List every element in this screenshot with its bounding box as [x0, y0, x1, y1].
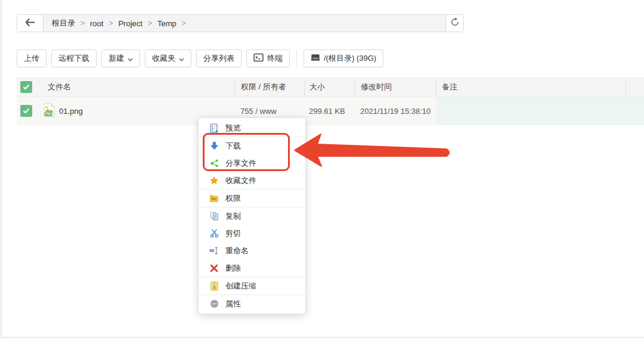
new-item-label: 新建 — [109, 53, 124, 64]
breadcrumb-bar: 根目录 > root > Project > Temp > — [17, 14, 464, 32]
png-file-icon: PNG — [43, 103, 55, 119]
row-checkbox-cell — [17, 97, 41, 125]
chevron-down-icon — [179, 54, 184, 63]
menu-item-download[interactable]: 下载 — [199, 137, 305, 154]
breadcrumb-separator: > — [182, 19, 186, 27]
rename-icon — [209, 246, 219, 255]
row-note — [436, 97, 626, 125]
delete-x-icon — [209, 264, 219, 272]
disk-icon — [311, 53, 320, 64]
menu-label-favorite-file: 收藏文件 — [225, 175, 256, 186]
refresh-icon — [450, 17, 460, 29]
refresh-button[interactable] — [446, 15, 463, 32]
context-menu: 预览 下载 分享文件 收藏文件 权限 — [198, 117, 306, 314]
menu-item-properties[interactable]: 属性 — [199, 295, 305, 312]
copy-icon — [209, 212, 219, 221]
back-button[interactable] — [17, 15, 44, 32]
menu-label-download: 下载 — [225, 141, 241, 151]
file-table-header: 文件名 权限 / 所有者 大小 修改时间 备注 — [17, 77, 644, 97]
remote-download-button[interactable]: 远程下载 — [51, 49, 97, 67]
menu-label-copy: 复制 — [225, 211, 241, 222]
column-header-size: 大小 — [304, 78, 354, 96]
column-header-modified: 修改时间 — [354, 78, 436, 96]
file-manager-window: 根目录 > root > Project > Temp > 上传 远程下载 新建 — [0, 0, 644, 338]
column-header-note: 备注 — [436, 78, 626, 96]
menu-item-share-file[interactable]: 分享文件 — [199, 154, 305, 172]
breadcrumb-item-temp[interactable]: Temp — [157, 19, 177, 28]
menu-label-cut: 剪切 — [225, 228, 241, 239]
ellipsis-circle-icon — [209, 299, 219, 308]
share-list-button[interactable]: 分享列表 — [196, 49, 242, 67]
disk-root-button[interactable]: /(根目录) (39G) — [304, 49, 383, 67]
favorites-label: 收藏夹 — [152, 53, 175, 64]
column-header-perm-owner: 权限 / 所有者 — [235, 78, 304, 96]
breadcrumb-item-root[interactable]: root — [90, 19, 103, 28]
row-extra — [626, 97, 644, 125]
breadcrumb-separator: > — [80, 19, 85, 27]
terminal-icon — [253, 53, 264, 64]
menu-item-cut[interactable]: 剪切 — [199, 225, 305, 242]
menu-item-rename[interactable]: 重命名 — [199, 242, 305, 259]
menu-label-properties: 属性 — [225, 299, 241, 309]
breadcrumb-item-root-dir[interactable]: 根目录 — [52, 18, 75, 29]
column-header-name: 文件名 — [41, 78, 235, 96]
breadcrumb-separator: > — [148, 19, 152, 27]
remote-download-label: 远程下载 — [58, 53, 89, 64]
breadcrumb: 根目录 > root > Project > Temp > — [44, 15, 446, 32]
header-checkbox-cell — [17, 78, 41, 96]
menu-label-rename: 重命名 — [225, 246, 249, 256]
toolbar: 上传 远程下载 新建 收藏夹 分享列表 终端 — [17, 49, 383, 67]
column-header-extra — [626, 78, 644, 96]
annotation-arrow — [292, 131, 454, 169]
menu-item-favorite-file[interactable]: 收藏文件 — [199, 172, 305, 189]
download-icon — [209, 141, 219, 150]
share-icon — [209, 159, 219, 168]
zip-icon — [209, 281, 219, 291]
menu-item-create-archive[interactable]: 创建压缩 — [199, 277, 305, 294]
menu-item-preview[interactable]: 预览 — [199, 119, 305, 137]
toolbar-divider — [296, 49, 297, 67]
menu-label-create-archive: 创建压缩 — [225, 281, 256, 292]
new-item-button[interactable]: 新建 — [101, 49, 140, 67]
select-all-checkbox[interactable] — [20, 81, 32, 93]
upload-button-label: 上传 — [24, 53, 39, 64]
filename-link[interactable]: 01.png — [59, 107, 83, 116]
menu-label-permission: 权限 — [225, 193, 241, 204]
file-type-badge: PNG — [45, 113, 51, 116]
menu-item-delete[interactable]: 删除 — [199, 259, 305, 277]
terminal-label: 终端 — [267, 53, 283, 64]
menu-label-preview: 预览 — [225, 123, 241, 134]
breadcrumb-item-project[interactable]: Project — [118, 19, 142, 28]
menu-label-delete: 删除 — [225, 263, 241, 274]
arrow-left-icon — [25, 18, 35, 29]
breadcrumb-separator: > — [109, 19, 113, 27]
folder-key-icon — [209, 194, 219, 203]
share-list-label: 分享列表 — [203, 53, 234, 64]
left-edge-strip — [0, 0, 2, 338]
disk-root-label: /(根目录) (39G) — [324, 53, 376, 64]
upload-button[interactable]: 上传 — [17, 49, 47, 67]
favorites-button[interactable]: 收藏夹 — [145, 49, 191, 67]
menu-label-share-file: 分享文件 — [225, 158, 256, 169]
menu-item-copy[interactable]: 复制 — [199, 207, 305, 225]
menu-item-permission[interactable]: 权限 — [199, 190, 305, 207]
row-size: 299.61 KB — [304, 97, 354, 125]
terminal-button[interactable]: 终端 — [246, 49, 290, 67]
chevron-down-icon — [128, 54, 133, 63]
table-row[interactable]: PNG 01.png 755 / www 299.61 KB 2021/11/1… — [17, 97, 644, 125]
row-checkbox[interactable] — [20, 105, 32, 117]
star-icon — [209, 176, 219, 185]
scissors-icon — [209, 229, 219, 238]
row-modified-time: 2021/11/19 15:38:10 — [354, 97, 436, 125]
preview-icon — [209, 123, 219, 133]
